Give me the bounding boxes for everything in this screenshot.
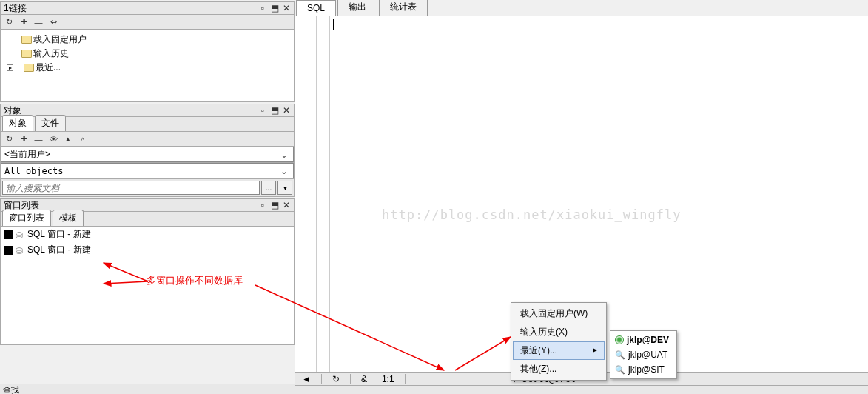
folder-icon [24, 64, 34, 72]
filter2-icon[interactable]: ▵ [78, 134, 88, 144]
pin-icon[interactable]: ⬒ [270, 105, 279, 116]
link-panel-controls: ▫ ⬒ ✕ [258, 3, 291, 13]
editor-gutter2 [317, 16, 330, 372]
tab-template[interactable]: 模板 [53, 210, 84, 226]
folder-icon [21, 50, 32, 58]
separator [321, 374, 322, 384]
submenu-item-sit[interactable]: 🔍 jklp@SIT [612, 362, 675, 377]
link-panel: 1链接 ▫ ⬒ ✕ ↻ ✚ — ⇔ ⋯ 载入固定用户 ⋯ 输入历史 [0, 1, 295, 102]
link-panel-header: 1链接 ▫ ⬒ ✕ [0, 1, 295, 15]
expand-icon[interactable]: ▸ [7, 64, 13, 71]
filter-icon[interactable]: ▴ [63, 134, 73, 144]
recent-submenu: jklp@DEV 🔍 jklp@UAT 🔍 jklp@SIT [610, 330, 677, 379]
tree-connector-icon: ⋯ [13, 49, 20, 59]
menu-history[interactable]: 输入历史(X) [513, 323, 605, 341]
find-label: 查找 [0, 384, 295, 394]
refresh-icon[interactable]: ↻ [4, 134, 14, 144]
submenu-arrow-icon: ▸ [593, 344, 597, 357]
restore-icon[interactable]: ▫ [258, 3, 267, 13]
add-icon[interactable]: ✚ [18, 17, 29, 27]
object-panel-controls: ▫ ⬒ ✕ [258, 105, 291, 116]
submenu-item-uat[interactable]: 🔍 jklp@UAT [612, 347, 675, 362]
all-objects-dropdown[interactable]: All objects ⌄ [1, 163, 294, 178]
annotation-text: 多窗口操作不同数据库 [147, 274, 243, 287]
pin-icon[interactable]: ⬒ [270, 3, 279, 13]
watermark: http://blog.csdn.net/xiaokui_wingfly [382, 207, 681, 222]
search-dropdown-button[interactable]: ▾ [277, 181, 292, 195]
binoculars-icon[interactable]: 👁 [48, 134, 58, 144]
windowlist-panel: 窗口列表 ▫ ⬒ ✕ 窗口列表 模板 SQL 窗口 - 新建 SQL 窗口 - … [0, 198, 295, 345]
db-icon [16, 246, 24, 255]
tree-item[interactable]: ⋯ 输入历史 [4, 47, 291, 61]
link-toolbar: ↻ ✚ — ⇔ [0, 15, 295, 30]
windowlist-tabs: 窗口列表 模板 [0, 212, 295, 227]
editor-tabs: SQL 输出 统计表 [295, 0, 868, 16]
tab-sql[interactable]: SQL [296, 0, 336, 16]
cursor-position: 1:1 [377, 374, 399, 384]
link-icon[interactable]: ⇔ [48, 17, 58, 27]
tree-item[interactable]: ▸ ⋯ 最近... [4, 61, 291, 75]
tree-item[interactable]: ⋯ 载入固定用户 [4, 33, 291, 47]
refresh-icon[interactable]: ↻ [328, 374, 344, 384]
list-item[interactable]: SQL 窗口 - 新建 [1, 227, 294, 242]
magnifier-icon: 🔍 [615, 365, 625, 375]
menu-other[interactable]: 其他(Z)... [513, 360, 605, 378]
rewind-icon[interactable]: ◄ [297, 374, 315, 384]
object-toolbar: ↻ ✚ — 👁 ▴ ▵ [0, 132, 295, 147]
dropdown-value: <当前用户> [4, 148, 50, 161]
tree-connector-icon: ⋯ [15, 63, 22, 73]
close-icon[interactable]: ✕ [282, 105, 291, 116]
windowlist-panel-controls: ▫ ⬒ ✕ [258, 200, 291, 210]
context-menu: 载入固定用户(W) 输入历史(X) 最近(Y)... ▸ 其他(Z)... [511, 302, 607, 381]
list-item-label: SQL 窗口 - 新建 [27, 244, 91, 256]
tree-item-label: 载入固定用户 [33, 33, 87, 46]
user-dropdown-row: <当前用户> ⌄ [0, 147, 295, 163]
objects-dropdown-row: All objects ⌄ [0, 163, 295, 179]
tab-stats[interactable]: 统计表 [379, 0, 428, 16]
tree-item-label: 最近... [36, 61, 61, 74]
left-panel: 1链接 ▫ ⬒ ✕ ↻ ✚ — ⇔ ⋯ 载入固定用户 ⋯ 输入历史 [0, 0, 295, 394]
throbber-icon [615, 335, 624, 344]
chevron-down-icon: ⌄ [278, 166, 290, 176]
tab-windowlist[interactable]: 窗口列表 [2, 210, 51, 226]
tab-object[interactable]: 对象 [2, 115, 33, 131]
add-icon[interactable]: ✚ [18, 134, 29, 144]
text-cursor [333, 19, 334, 30]
and-indicator: & [357, 374, 371, 384]
close-icon[interactable]: ✕ [282, 200, 291, 210]
list-item[interactable]: SQL 窗口 - 新建 [1, 242, 294, 258]
search-row: ... ▾ [0, 179, 295, 197]
close-icon[interactable]: ✕ [282, 3, 291, 13]
window-state-icon [4, 230, 13, 239]
link-tree: ⋯ 载入固定用户 ⋯ 输入历史 ▸ ⋯ 最近... [0, 30, 295, 102]
dropdown-value: All objects [4, 166, 63, 176]
pin-icon[interactable]: ⬒ [270, 200, 279, 210]
menu-recent[interactable]: 最近(Y)... ▸ [513, 341, 605, 360]
folder-icon [21, 36, 32, 44]
object-panel: 对象 ▫ ⬒ ✕ 对象 文件 ↻ ✚ — 👁 ▴ ▵ <当前用户> ⌄ [0, 104, 295, 197]
tree-connector-icon: ⋯ [13, 35, 20, 44]
list-item-label: SQL 窗口 - 新建 [27, 228, 91, 241]
remove-icon[interactable]: — [33, 134, 44, 144]
restore-icon[interactable]: ▫ [258, 105, 267, 116]
submenu-item-dev[interactable]: jklp@DEV [612, 333, 675, 347]
tab-output[interactable]: 输出 [337, 0, 377, 16]
magnifier-icon: 🔍 [615, 350, 625, 360]
editor-gutter [295, 16, 317, 372]
tree-item-label: 输入历史 [33, 47, 69, 60]
bottom-strip [295, 385, 868, 394]
db-icon [16, 230, 24, 239]
refresh-icon[interactable]: ↻ [4, 17, 14, 27]
link-panel-title: 1链接 [4, 2, 27, 15]
search-more-button[interactable]: ... [261, 181, 276, 195]
tab-file[interactable]: 文件 [35, 115, 66, 131]
menu-load-users[interactable]: 载入固定用户(W) [513, 304, 605, 323]
current-user-dropdown[interactable]: <当前用户> ⌄ [1, 147, 294, 162]
object-tabs: 对象 文件 [0, 117, 295, 132]
window-state-icon [4, 246, 13, 255]
separator [405, 374, 406, 384]
remove-icon[interactable]: — [33, 17, 44, 27]
restore-icon[interactable]: ▫ [258, 200, 267, 210]
separator [350, 374, 351, 384]
search-input[interactable] [2, 181, 260, 195]
